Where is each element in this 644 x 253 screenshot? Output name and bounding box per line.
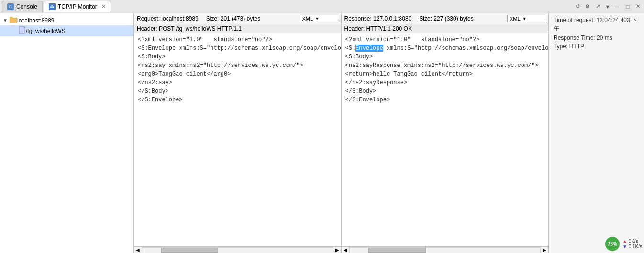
left-panel: ▼ localhost:8989 (0, 13, 134, 253)
request-dropdown-arrow-icon: ▼ (315, 16, 319, 21)
request-meta-label: Request: localhost:8989 (137, 15, 199, 22)
tcpip-tab-label: TCP/IP Monitor (58, 3, 97, 10)
tab-close-icon[interactable]: ✕ (101, 3, 106, 10)
req-resp-meta-row: Request: localhost:8989 Size: 201 (473) … (134, 13, 548, 24)
tree-item-root[interactable]: ▼ localhost:8989 (0, 15, 133, 25)
download-speed: 0.1K/s (629, 244, 642, 249)
split-panels: <?xml version="1.0" standalone="no"?> <S… (134, 33, 548, 253)
response-time-row: Response Time: 20 ms (554, 34, 639, 41)
time-of-request-label: Time of request: (554, 17, 595, 23)
response-meta-label: Response: 127.0.0.1:8080 (344, 15, 412, 22)
resp-scroll-left[interactable]: ◀ (342, 247, 349, 253)
response-code-panel: <?xml version="1.0" standalone="no"?> <S… (342, 33, 549, 253)
main-area: ▼ localhost:8989 (0, 13, 644, 253)
tab-tcpip[interactable]: 🖧 TCP/IP Monitor ✕ (44, 1, 111, 12)
req-scroll-thumb[interactable] (161, 248, 219, 253)
request-header-label: Header: POST /tg_ws/helloWS HTTP/1.1 (137, 25, 242, 32)
resp-scroll-right[interactable]: ▶ (541, 247, 548, 253)
tree-expand-arrow: ▼ (3, 18, 10, 23)
request-header-row: Request: localhost:8989 Size: 201 (473) … (134, 13, 342, 24)
network-arrows: ▲ 0K/s ▼ 0.1K/s (622, 239, 642, 249)
tab-console[interactable]: C Console (2, 1, 43, 12)
response-format-dropdown[interactable]: XML ▼ (507, 15, 545, 22)
right-info-panel: Time of request: 12:04:24.403 下午 Respons… (548, 13, 644, 253)
file-icon (19, 26, 26, 35)
response-time-value: 20 ms (597, 34, 612, 41)
header-info-row: Header: POST /tg_ws/helloWS HTTP/1.1 Hea… (134, 24, 548, 33)
tree-area: ▼ localhost:8989 (0, 13, 133, 253)
request-scrollbar[interactable]: ◀ ▶ (134, 246, 341, 253)
refresh-tab-btn[interactable]: ↺ (573, 2, 582, 11)
console-tab-icon: C (7, 3, 14, 10)
network-tab-icon: 🖧 (49, 3, 56, 10)
resp-scroll-thumb[interactable] (368, 248, 426, 253)
center-right-area: Request: localhost:8989 Size: 201 (473) … (134, 13, 548, 253)
response-header-row: Response: 127.0.0.1:8080 Size: 227 (330)… (342, 13, 549, 24)
request-http-header: Header: POST /tg_ws/helloWS HTTP/1.1 (134, 24, 342, 33)
response-header-label: Header: HTTP/1.1 200 OK (344, 25, 412, 32)
upload-indicator: ▲ 0K/s (622, 239, 638, 244)
tree-item-child[interactable]: /tg_ws/helloWS (0, 25, 133, 36)
response-http-header: Header: HTTP/1.1 200 OK (342, 24, 549, 33)
upload-speed: 0K/s (629, 239, 638, 244)
console-tab-label: Console (16, 3, 37, 10)
response-size-label: Size: 227 (330) bytes (419, 15, 473, 22)
request-code-area[interactable]: <?xml version="1.0" standalone="no"?> <S… (134, 33, 341, 246)
response-format-value: XML (510, 16, 521, 22)
resp-scroll-track[interactable] (349, 247, 541, 253)
close-tab-btn[interactable]: ✕ (633, 2, 642, 11)
response-time-label: Response Time: (554, 34, 595, 41)
download-indicator: ▼ 0.1K/s (622, 244, 642, 249)
type-value: HTTP (569, 43, 584, 50)
type-row: Type: HTTP (554, 43, 639, 50)
status-bar: 73% ▲ 0K/s ▼ 0.1K/s (605, 237, 642, 251)
tree-root-label: localhost:8989 (17, 17, 54, 24)
percent-badge: 73% (605, 237, 620, 251)
req-scroll-right[interactable]: ▶ (333, 247, 341, 253)
settings-tab-btn[interactable]: ⚙ (583, 2, 592, 11)
request-format-value: XML (302, 16, 313, 22)
minimize-tab-btn[interactable]: ─ (613, 2, 622, 11)
request-size-label: Size: 201 (473) bytes (206, 15, 260, 22)
tree-child-label: /tg_ws/helloWS (26, 28, 66, 34)
menu-tab-btn[interactable]: ▼ (603, 2, 612, 11)
time-of-request-row: Time of request: 12:04:24.403 下午 (554, 16, 639, 33)
tab-bar: C Console 🖧 TCP/IP Monitor ✕ ↺ ⚙ ↗ ▼ ─ □… (0, 0, 644, 13)
svg-rect-2 (19, 26, 24, 34)
maximize-tab-btn[interactable]: □ (623, 2, 632, 11)
response-dropdown-arrow-icon: ▼ (522, 16, 527, 21)
upload-arrow-icon: ▲ (622, 239, 627, 244)
folder-icon (10, 16, 17, 24)
req-scroll-track[interactable] (142, 247, 333, 253)
type-label: Type: (554, 43, 567, 50)
download-arrow-icon: ▼ (622, 244, 627, 249)
request-format-dropdown[interactable]: XML ▼ (300, 15, 338, 22)
svg-rect-1 (10, 17, 13, 19)
response-code-area[interactable]: <?xml version="1.0" standalone="no"?> <S… (342, 33, 549, 246)
tab-bar-actions: ↺ ⚙ ↗ ▼ ─ □ ✕ (573, 2, 644, 11)
response-scrollbar[interactable]: ◀ ▶ (342, 246, 549, 253)
req-scroll-left[interactable]: ◀ (134, 247, 142, 253)
export-tab-btn[interactable]: ↗ (593, 2, 602, 11)
request-code-panel: <?xml version="1.0" standalone="no"?> <S… (134, 33, 342, 253)
